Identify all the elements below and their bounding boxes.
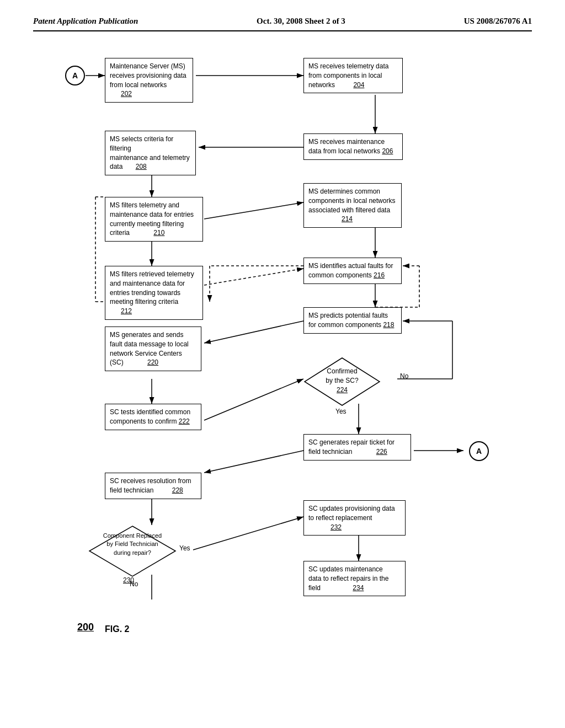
yes-label-230: Yes <box>179 544 190 552</box>
box-210: MS filters telemetry andmaintenance data… <box>105 197 203 242</box>
box-226: SC generates repair ticket forfield tech… <box>303 434 411 461</box>
svg-line-27 <box>193 517 303 550</box>
yes-label-224: Yes <box>335 408 347 415</box>
no-label-230: No <box>130 580 138 588</box>
connector-a-start: A <box>65 66 85 85</box>
no-label-224: No <box>400 372 408 380</box>
box-206: MS receives maintenancedata from local n… <box>303 133 403 160</box>
diamond-230: Component Replacedby Field Techniciandur… <box>88 525 177 577</box>
box-214: MS determines commoncomponents in local … <box>303 183 402 228</box>
header-date-sheet: Oct. 30, 2008 Sheet 2 of 3 <box>257 17 345 26</box>
box-218: MS predicts potential faultsfor common c… <box>303 307 402 334</box>
page-header: Patent Application Publication Oct. 30, … <box>33 17 532 31</box>
header-publication-type: Patent Application Publication <box>33 17 138 26</box>
box-234: SC updates maintenancedata to reflect re… <box>303 561 406 596</box>
box-204: MS receives telemetry datafrom component… <box>303 58 403 93</box>
box-216: MS identifies actual faults forcommon co… <box>303 258 402 284</box>
box-208: MS selects criteria for filteringmainten… <box>105 131 196 175</box>
box-222: SC tests identified commoncomponents to … <box>105 404 201 430</box>
box-212: MS filters retrieved telemetryand mainte… <box>105 266 203 320</box>
flowchart-diagram: A Maintenance Server (MS)receives provis… <box>33 37 532 688</box>
diagram-number: 200 <box>77 622 94 633</box>
svg-line-10 <box>204 269 303 285</box>
box-228: SC receives resolution fromfield technic… <box>105 473 201 499</box>
svg-line-14 <box>204 321 303 343</box>
header-patent-number: US 2008/267076 A1 <box>464 17 532 26</box>
svg-line-25 <box>204 451 303 473</box>
fig-label: FIG. 2 <box>105 624 129 634</box>
box-232: SC updates provisioning datato reflect r… <box>303 500 406 536</box>
box-220: MS generates and sendsfault data message… <box>105 326 201 371</box>
svg-line-7 <box>204 202 303 219</box>
connector-a-end: A <box>469 441 489 461</box>
svg-line-19 <box>204 379 303 420</box>
patent-page: Patent Application Publication Oct. 30, … <box>0 0 565 728</box>
box-202: Maintenance Server (MS)receives provisio… <box>105 58 193 103</box>
diamond-224: Confirmedby the SC?224 <box>303 357 381 406</box>
